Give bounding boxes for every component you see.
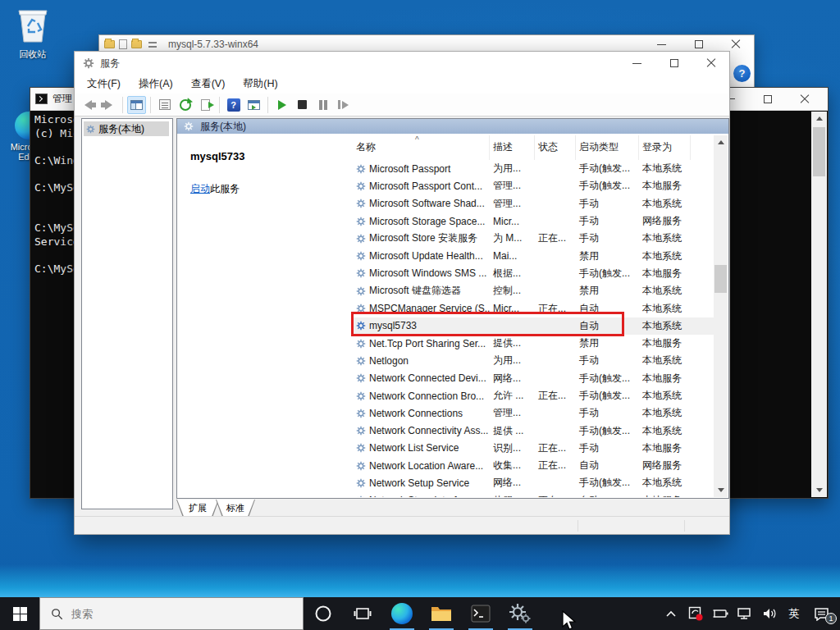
- help-button[interactable]: ?: [224, 96, 243, 114]
- extended-view-button[interactable]: [244, 96, 263, 114]
- start-button[interactable]: [0, 597, 39, 630]
- service-gear-icon: [356, 268, 366, 278]
- maximize-button[interactable]: [749, 88, 786, 110]
- scroll-down-icon[interactable]: [811, 483, 827, 497]
- service-row[interactable]: Microsoft 键盘筛选器 控制... 禁用 本地系统: [353, 282, 714, 299]
- pause-service-button[interactable]: [313, 96, 332, 114]
- back-button[interactable]: [79, 96, 98, 114]
- service-logon-as: 本地服务: [639, 372, 691, 386]
- recycle-bin-icon[interactable]: 回收站: [7, 7, 59, 61]
- service-status: 正在...: [535, 231, 576, 245]
- minimize-button[interactable]: [619, 52, 655, 75]
- refresh-button[interactable]: [176, 96, 194, 114]
- column-description[interactable]: 描述: [490, 135, 535, 160]
- column-startup-type[interactable]: 启动类型: [576, 135, 639, 160]
- tray-volume-icon[interactable]: [760, 597, 779, 630]
- stop-service-button[interactable]: [293, 96, 312, 114]
- service-description: Mai...: [490, 250, 535, 262]
- console-scrollbar[interactable]: [811, 112, 827, 497]
- service-name: Network Connections: [369, 408, 463, 419]
- services-list: ^ 名称 描述 状态 启动类型 登录为: [353, 135, 728, 497]
- service-description: 此服...: [490, 494, 535, 497]
- taskbar-search[interactable]: [39, 597, 304, 630]
- service-row[interactable]: mysql5733 自动 本地系统: [353, 317, 714, 335]
- service-startup-type: 手动(触发...: [576, 424, 639, 438]
- service-row[interactable]: Network Connection Bro... 允许 ... 正在... 手…: [353, 387, 714, 404]
- service-row[interactable]: MSPCManager Service (S... Micr... 正在... …: [353, 299, 714, 317]
- maximize-button[interactable]: [655, 52, 692, 75]
- service-row[interactable]: Netlogon 为用... 手动 本地系统: [353, 352, 714, 369]
- column-name[interactable]: 名称: [353, 135, 490, 160]
- menu-item[interactable]: 文件(F): [78, 77, 130, 91]
- column-logon-as[interactable]: 登录为: [639, 135, 691, 160]
- export-list-button[interactable]: [196, 96, 215, 114]
- task-view-icon: [354, 606, 372, 621]
- tray-chevron-icon[interactable]: [661, 597, 681, 630]
- service-row[interactable]: Microsoft Storage Space... Micr... 手动 网络…: [353, 212, 714, 230]
- service-row[interactable]: Microsoft Passport Cont... 管理... 手动(触发..…: [353, 177, 714, 194]
- service-row[interactable]: Network Setup Service 网络... 手动(触发... 本地系…: [353, 474, 714, 491]
- service-gear-icon: [356, 478, 366, 488]
- services-titlebar[interactable]: 服务: [75, 52, 729, 75]
- taskbar: 英 1: [0, 597, 840, 630]
- close-button[interactable]: [786, 88, 823, 110]
- cortana-button[interactable]: [304, 597, 343, 630]
- scrollbar-thumb[interactable]: [714, 265, 727, 293]
- scroll-up-icon[interactable]: [811, 112, 827, 126]
- search-input[interactable]: [71, 608, 260, 620]
- service-row[interactable]: Microsoft Windows SMS ... 根据... 手动(触发...…: [353, 265, 714, 282]
- close-button[interactable]: [692, 52, 729, 75]
- start-service-link[interactable]: 启动: [190, 183, 210, 194]
- scroll-up-icon[interactable]: [714, 135, 728, 149]
- service-gear-icon: [356, 181, 366, 191]
- tray-ime-indicator[interactable]: 英: [784, 597, 804, 630]
- properties-button[interactable]: [155, 96, 174, 114]
- menu-item[interactable]: 帮助(H): [234, 77, 286, 91]
- service-row[interactable]: Microsoft Passport 为用... 手动(触发... 本地系统: [353, 160, 714, 177]
- service-gear-icon: [356, 199, 366, 208]
- scroll-down-icon[interactable]: [714, 483, 728, 497]
- ribbon-toggle-icon[interactable]: [148, 42, 157, 48]
- taskbar-services-button[interactable]: [500, 597, 540, 630]
- service-row[interactable]: Network Connected Devi... 网络... 手动(触发...…: [353, 370, 714, 387]
- service-row[interactable]: Network Store Interface 此服... 正在... 自动 本…: [353, 492, 714, 497]
- service-row[interactable]: Microsoft Software Shad... 管理... 手动 本地系统: [353, 195, 714, 212]
- service-row[interactable]: Net.Tcp Port Sharing Ser... 提供... 禁用 本地服…: [353, 335, 714, 352]
- service-row[interactable]: Network Connectivity Ass... 提供 ... 手动(触发…: [353, 422, 714, 439]
- service-name: Microsoft Windows SMS ...: [369, 267, 486, 279]
- menu-item[interactable]: 操作(A): [130, 77, 182, 91]
- scrollbar-thumb[interactable]: [813, 127, 825, 176]
- task-view-button[interactable]: [343, 597, 382, 630]
- service-row[interactable]: Microsoft Store 安装服务 为 M... 正在... 手动 本地系…: [353, 230, 714, 247]
- service-row[interactable]: Network Location Aware... 收集... 正在... 自动…: [353, 457, 714, 474]
- service-logon-as: 本地系统: [639, 284, 691, 298]
- folder-icon: [131, 40, 142, 48]
- column-status[interactable]: 状态: [535, 135, 576, 160]
- tray-update-icon[interactable]: [686, 597, 705, 630]
- restart-service-button[interactable]: [334, 96, 353, 114]
- help-button[interactable]: ?: [733, 65, 751, 82]
- service-row[interactable]: Microsoft Update Health... Mai... 禁用 本地系…: [353, 247, 714, 264]
- tab-standard[interactable]: 标准: [216, 500, 255, 518]
- service-startup-type: 手动: [576, 354, 639, 368]
- show-console-tree-button[interactable]: [127, 96, 146, 114]
- service-gear-icon: [356, 443, 366, 453]
- tray-network-icon[interactable]: [735, 597, 755, 630]
- action-center-button[interactable]: 1: [809, 597, 833, 630]
- menu-item[interactable]: 查看(V): [182, 77, 235, 91]
- tree-item-services-local[interactable]: 服务(本地): [84, 121, 169, 136]
- taskbar-explorer-button[interactable]: [422, 597, 461, 630]
- tab-extended[interactable]: 扩展: [176, 500, 219, 518]
- service-description: 管理...: [490, 197, 535, 211]
- taskbar-cmd-button[interactable]: [461, 597, 500, 630]
- explorer-title: mysql-5.7.33-winx64: [168, 39, 258, 50]
- start-service-button[interactable]: [272, 96, 291, 114]
- service-row[interactable]: Network Connections 管理... 手动 本地系统: [353, 404, 714, 422]
- taskbar-edge-button[interactable]: [382, 597, 422, 630]
- tray-power-icon[interactable]: [710, 597, 730, 630]
- list-scrollbar[interactable]: [714, 135, 728, 497]
- service-logon-as: 本地系统: [639, 231, 691, 245]
- service-logon-as: 本地服务: [639, 441, 691, 455]
- forward-button[interactable]: [99, 96, 118, 114]
- service-row[interactable]: Network List Service 识别... 正在... 手动 本地服务: [353, 440, 714, 457]
